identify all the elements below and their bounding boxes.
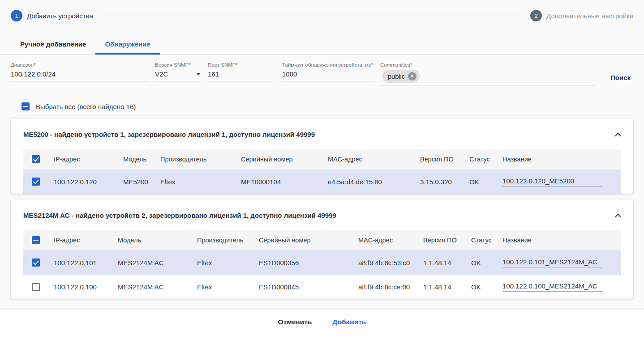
- step-2-label: Дополнительные настройки: [546, 12, 633, 20]
- cell-vendor: Eltex: [192, 259, 253, 267]
- col-firmware: Версия ПО: [418, 237, 466, 244]
- cell-status: OK: [464, 178, 497, 186]
- cell-model: MES2124M AC: [112, 283, 192, 291]
- cell-ip: 100.122.0.120: [48, 178, 118, 186]
- communities-label: Communities*: [380, 62, 595, 68]
- cell-serial: ME10000104: [236, 178, 322, 186]
- cell-model: MES2124M AC: [112, 259, 192, 267]
- cell-firmware: 1.1.48.14: [418, 283, 466, 291]
- wizard-stepper: 1 Добавить устройства 2 Дополнительные н…: [0, 0, 644, 21]
- cell-serial: ES1D000845: [253, 283, 353, 291]
- device-group-me5200: ME5200 - найдено устройств 1, зарезервир…: [11, 119, 633, 194]
- cell-status: OK: [466, 259, 497, 267]
- range-field: Диапазон*: [11, 62, 148, 81]
- col-vendor: Производитель: [155, 156, 236, 163]
- community-chip-text: public: [388, 73, 405, 80]
- cell-mac: a8:f9:4b:8c:53:c0: [353, 259, 418, 267]
- collapse-group-button[interactable]: [614, 212, 623, 219]
- snmp-port-label: Порт SNMP*: [208, 62, 275, 68]
- group-title: MES2124M AC - найдено устройств 2, зарез…: [23, 212, 336, 219]
- step-1-number: 1: [11, 10, 22, 21]
- cell-firmware: 1.1.48.14: [418, 259, 466, 267]
- snmp-version-label: Версия SNMP*: [155, 62, 201, 68]
- table-row[interactable]: 100.122.0.100 MES2124M AC Eltex ES1D0008…: [23, 275, 621, 299]
- col-ip: IP-адрес: [48, 156, 118, 163]
- row-checkbox[interactable]: [32, 178, 40, 186]
- device-group-mes2124m: MES2124M AC - найдено устройств 2, зарез…: [11, 199, 633, 299]
- row-checkbox[interactable]: [32, 283, 40, 291]
- collapse-group-button[interactable]: [614, 131, 623, 138]
- table-header-row: IP-адрес Модель Производитель Серийный н…: [23, 149, 621, 170]
- cell-mac: a8:f9:4b:8c:ce:00: [353, 283, 418, 291]
- chevron-up-icon: [614, 213, 622, 218]
- device-name-input[interactable]: [502, 177, 602, 186]
- col-status: Статус: [464, 156, 497, 163]
- device-name-input[interactable]: [502, 282, 602, 292]
- cell-model: ME5200: [118, 178, 155, 186]
- add-device-tabs: Ручное добавление Обнаружение: [0, 35, 644, 55]
- chevron-up-icon: [614, 132, 622, 137]
- step-1: 1 Добавить устройства: [11, 10, 93, 21]
- table-row[interactable]: 100.122.0.120 ME5200 Eltex ME10000104 e4…: [23, 170, 621, 194]
- group-header-me5200: ME5200 - найдено устройств 1, зарезервир…: [11, 119, 633, 149]
- discovery-form: Диапазон* Версия SNMP* V2C Порт SNMP* Та…: [0, 55, 644, 85]
- col-mac: MAC-адрес: [322, 156, 415, 163]
- cancel-button[interactable]: Отменить: [274, 316, 317, 328]
- col-firmware: Версия ПО: [415, 156, 464, 163]
- wizard-footer: Отменить Добавить: [0, 309, 644, 339]
- col-ip: IP-адрес: [48, 237, 112, 244]
- timeout-input[interactable]: [282, 70, 373, 81]
- cell-firmware: 3.15.0.320: [415, 178, 464, 186]
- col-model: Модель: [112, 237, 192, 244]
- col-status: Статус: [466, 237, 497, 244]
- tab-manual-add[interactable]: Ручное добавление: [11, 35, 95, 54]
- tab-discovery[interactable]: Обнаружение: [95, 35, 159, 54]
- group-select-checkbox[interactable]: [32, 155, 40, 163]
- col-vendor: Производитель: [192, 237, 253, 244]
- group-title: ME5200 - найдено устройств 1, зарезервир…: [23, 131, 315, 138]
- cell-serial: ES1D000356: [253, 259, 353, 267]
- search-button[interactable]: Поиск: [608, 72, 633, 83]
- timeout-field: Тайм-аут обнаружения устройств, мс*: [282, 62, 373, 81]
- snmp-version-value: V2C: [155, 70, 168, 78]
- remove-chip-icon[interactable]: ✕: [408, 72, 416, 81]
- select-all-checkbox[interactable]: [21, 102, 30, 110]
- cell-ip: 100.122.0.100: [48, 283, 112, 291]
- step-2-number: 2: [530, 10, 542, 21]
- snmp-version-select[interactable]: V2C: [155, 70, 201, 81]
- cell-status: OK: [466, 283, 497, 291]
- step-1-label: Добавить устройства: [27, 12, 93, 20]
- group-select-checkbox[interactable]: [32, 236, 40, 244]
- add-button[interactable]: Добавить: [328, 316, 370, 328]
- col-serial: Серийный номер: [253, 237, 353, 244]
- device-table: IP-адрес Модель Производитель Серийный н…: [23, 230, 621, 299]
- table-row[interactable]: 100.122.0.101 MES2124M AC Eltex ES1D0003…: [23, 250, 621, 275]
- step-2: 2 Дополнительные настройки: [530, 10, 633, 21]
- device-name-input[interactable]: [502, 258, 602, 267]
- cell-ip: 100.122.0.101: [48, 259, 112, 267]
- community-chip: public ✕: [382, 70, 420, 83]
- communities-field: Communities* public ✕: [380, 62, 595, 85]
- col-model: Модель: [118, 156, 155, 163]
- col-serial: Серийный номер: [236, 156, 322, 163]
- col-name: Название: [497, 156, 621, 163]
- select-all-label: Выбрать все (всего найдено 16): [36, 103, 136, 110]
- snmp-port-field: Порт SNMP*: [208, 62, 275, 81]
- dropdown-caret-icon: [196, 73, 201, 76]
- col-name: Название: [497, 237, 621, 244]
- group-header-mes2124m: MES2124M AC - найдено устройств 2, зарез…: [11, 199, 633, 230]
- stepper-connector-line: [99, 16, 524, 16]
- snmp-version-field: Версия SNMP* V2C: [155, 62, 201, 81]
- cell-vendor: Eltex: [192, 283, 253, 291]
- communities-input[interactable]: public ✕: [380, 70, 595, 85]
- snmp-port-input[interactable]: [208, 70, 275, 81]
- device-table: IP-адрес Модель Производитель Серийный н…: [23, 149, 621, 194]
- range-input[interactable]: [11, 70, 148, 81]
- timeout-label: Тайм-аут обнаружения устройств, мс*: [282, 62, 373, 68]
- col-mac: MAC-адрес: [353, 237, 418, 244]
- cell-mac: e4:5a:d4:de:15:80: [322, 178, 415, 186]
- select-all-row: Выбрать все (всего найдено 16): [0, 102, 644, 110]
- table-header-row: IP-адрес Модель Производитель Серийный н…: [23, 230, 621, 250]
- row-checkbox[interactable]: [32, 258, 40, 267]
- cell-vendor: Eltex: [155, 178, 236, 186]
